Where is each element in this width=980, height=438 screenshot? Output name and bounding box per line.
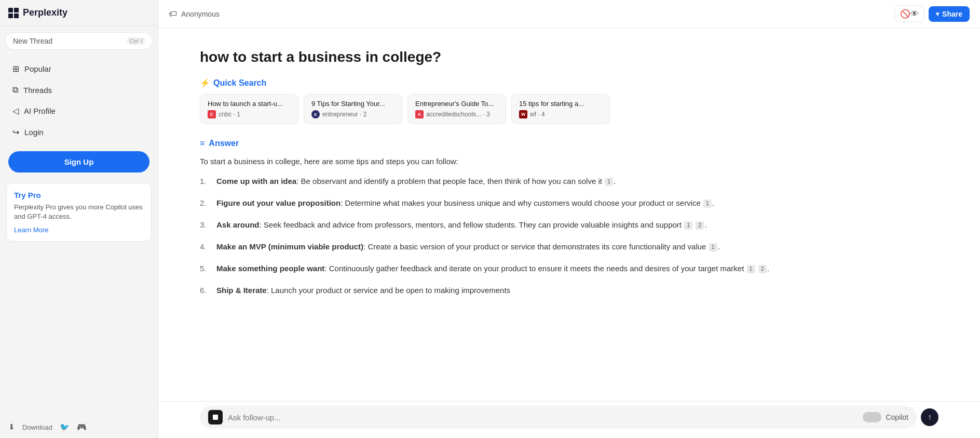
sidebar: Perplexity New Thread Ctrl I ⊞ Popular ⧉… (0, 0, 158, 438)
card-title: How to launch a start-u... (208, 100, 291, 108)
source-badge-wf: W (519, 110, 527, 118)
card-title: 15 tips for starting a... (519, 100, 602, 108)
new-thread-label: New Thread (13, 37, 52, 45)
send-icon: ↑ (928, 413, 932, 422)
list-item: 6. Ship & Iterate: Launch your product o… (200, 284, 938, 297)
sidebar-item-label: AI Profile (24, 107, 56, 115)
signup-button[interactable]: Sign Up (8, 151, 149, 172)
chevron-down-icon: ▾ (936, 10, 939, 18)
answer-label: Answer (209, 139, 239, 148)
sidebar-footer: ⬇ Download 🐦 🎮 (0, 416, 158, 438)
list-item: 2. Figure out your value proposition: De… (200, 197, 938, 209)
pro-card-description: Perplexity Pro gives you more Copilot us… (14, 203, 144, 221)
answer-intro: To start a business in college, here are… (200, 155, 938, 168)
card-source: E entrepreneur · 2 (311, 110, 394, 118)
login-icon: ↪ (12, 127, 19, 137)
shortcut-badge: Ctrl I (127, 37, 145, 45)
nav-menu: ⊞ Popular ⧉ Threads ◁ AI Profile ↪ Login (0, 56, 158, 145)
citation[interactable]: 1 (684, 221, 692, 230)
lines-icon: ≡ (200, 139, 205, 148)
sidebar-item-popular[interactable]: ⊞ Popular (4, 59, 154, 79)
stop-button[interactable] (208, 410, 223, 424)
user-tag-icon: 🏷 (169, 9, 177, 19)
source-badge-cnbc: C (208, 110, 216, 118)
card-title: 9 Tips for Starting Your... (311, 100, 394, 108)
twitter-icon[interactable]: 🐦 (60, 422, 70, 432)
copilot-label: Copilot (886, 413, 908, 421)
citation[interactable]: 1 (747, 265, 755, 273)
list-item: 3. Ask around: Seek feedback and advice … (200, 219, 938, 231)
citation[interactable]: 1 (703, 200, 712, 208)
copilot-toggle[interactable] (863, 412, 881, 422)
source-cards: How to launch a start-u... C cnbc · 1 9 … (200, 94, 938, 124)
sidebar-item-threads[interactable]: ⧉ Threads (4, 80, 154, 100)
citation[interactable]: 2 (696, 221, 704, 230)
content-area: how to start a business in college? ⚡ Qu… (158, 28, 980, 438)
citation[interactable]: 2 (758, 265, 767, 273)
user-label: Anonymous (181, 10, 220, 18)
pro-card-title: Try Pro (14, 191, 144, 200)
bolt-icon: ⚡ (200, 78, 210, 88)
source-card-4[interactable]: 15 tips for starting a... W wf · 4 (511, 94, 610, 124)
answer-list: 1. Come up with an idea: Be observant an… (200, 175, 938, 297)
app-header: Perplexity (0, 0, 158, 26)
main-panel: 🏷 Anonymous 🚫👁 ▾ Share how to start a bu… (158, 0, 980, 438)
grid-icon: ⊞ (12, 64, 19, 74)
download-label: Download (22, 423, 52, 431)
new-thread-button[interactable]: New Thread Ctrl I (5, 32, 153, 50)
citation[interactable]: 1 (709, 243, 717, 251)
question-title: how to start a business in college? (200, 49, 938, 65)
stop-icon (213, 415, 218, 420)
discord-icon[interactable]: 🎮 (77, 422, 87, 432)
quick-search-header: ⚡ Quick Search (200, 78, 938, 88)
share-button[interactable]: ▾ Share (929, 6, 970, 22)
copilot-section: Copilot (863, 412, 908, 422)
learn-more-link[interactable]: Learn More (14, 226, 48, 234)
sidebar-item-label: Popular (24, 64, 51, 73)
download-link[interactable]: ⬇ (8, 422, 15, 432)
send-button[interactable]: ↑ (921, 408, 938, 426)
card-source: W wf · 4 (519, 110, 602, 118)
card-title: Entrepreneur's Guide To... (415, 100, 498, 108)
input-wrapper: Copilot (200, 406, 917, 429)
citation[interactable]: 1 (605, 178, 613, 186)
sidebar-item-ai-profile[interactable]: ◁ AI Profile (4, 101, 154, 121)
card-source: C cnbc · 1 (208, 110, 291, 118)
list-item: 4. Make an MVP (minimum viable product):… (200, 241, 938, 253)
layers-icon: ⧉ (12, 85, 18, 95)
source-card-1[interactable]: How to launch a start-u... C cnbc · 1 (200, 94, 298, 124)
sidebar-item-label: Threads (23, 86, 52, 95)
source-card-3[interactable]: Entrepreneur's Guide To... A accrediteds… (407, 94, 506, 124)
app-logo (8, 8, 19, 18)
input-bar: Copilot ↑ (158, 401, 980, 433)
eye-off-button[interactable]: 🚫👁 (894, 5, 924, 22)
sidebar-item-label: Login (24, 128, 44, 137)
list-item: 1. Come up with an idea: Be observant an… (200, 175, 938, 188)
list-item: 5. Make something people want: Continuou… (200, 262, 938, 275)
eye-off-icon: 🚫👁 (900, 9, 919, 18)
navigation-icon: ◁ (12, 106, 19, 116)
source-badge-entrepreneur: E (311, 110, 320, 118)
quick-search-label: Quick Search (213, 78, 266, 88)
answer-header: ≡ Answer (200, 139, 938, 148)
follow-up-input[interactable] (228, 413, 857, 422)
pro-card: Try Pro Perplexity Pro gives you more Co… (6, 183, 152, 242)
user-section: 🏷 Anonymous (169, 9, 220, 19)
app-title: Perplexity (23, 7, 67, 18)
sidebar-item-login[interactable]: ↪ Login (4, 122, 154, 142)
topbar: 🏷 Anonymous 🚫👁 ▾ Share (158, 0, 980, 28)
card-source: A accreditedschools... · 3 (415, 110, 498, 118)
topbar-actions: 🚫👁 ▾ Share (894, 5, 970, 22)
source-card-2[interactable]: 9 Tips for Starting Your... E entreprene… (304, 94, 402, 124)
source-badge-accredited: A (415, 110, 424, 118)
